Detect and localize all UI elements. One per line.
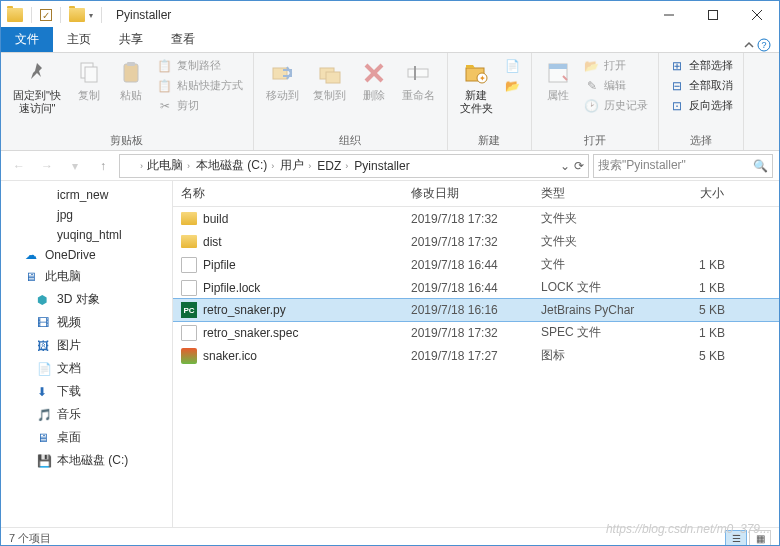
up-button[interactable]: ↑ bbox=[91, 154, 115, 178]
easy-access-button[interactable]: 📂 bbox=[503, 77, 523, 95]
details-view-button[interactable]: ☰ bbox=[725, 530, 747, 547]
sidebar-item[interactable]: ⬇下载 bbox=[1, 380, 172, 403]
paste-button[interactable]: 粘贴 bbox=[113, 57, 149, 104]
address-bar: ← → ▾ ↑ › 此电脑› 本地磁盘 (C:)› 用户› EDZ› Pyins… bbox=[1, 151, 779, 181]
separator bbox=[101, 7, 102, 23]
column-name[interactable]: 名称 bbox=[173, 181, 403, 206]
ribbon-group-open: 属性 📂打开 ✎编辑 🕑历史记录 打开 bbox=[532, 53, 659, 150]
crumb[interactable]: 此电脑› bbox=[145, 157, 192, 174]
onedrive-icon: ☁ bbox=[25, 248, 41, 262]
column-headers: 名称 修改日期 类型 大小 bbox=[173, 181, 779, 207]
forward-button[interactable]: → bbox=[35, 154, 59, 178]
maximize-button[interactable] bbox=[691, 1, 735, 29]
sidebar-item[interactable]: 🖥桌面 bbox=[1, 426, 172, 449]
recent-dropdown[interactable]: ▾ bbox=[63, 154, 87, 178]
select-none-button[interactable]: ⊟全部取消 bbox=[667, 77, 735, 95]
sidebar-item[interactable]: ☁OneDrive bbox=[1, 245, 172, 265]
sidebar-item[interactable]: 🎞视频 bbox=[1, 311, 172, 334]
sidebar-item[interactable]: 🖼图片 bbox=[1, 334, 172, 357]
tab-view[interactable]: 查看 bbox=[157, 27, 209, 52]
rename-button[interactable]: 重命名 bbox=[398, 57, 439, 104]
tab-home[interactable]: 主页 bbox=[53, 27, 105, 52]
ribbon-group-organize: 移动到 复制到 删除 重命名 组织 bbox=[254, 53, 448, 150]
file-row[interactable]: Pipfile.lock2019/7/18 16:44LOCK 文件1 KB bbox=[173, 276, 779, 299]
sidebar-item[interactable]: 🎵音乐 bbox=[1, 403, 172, 426]
separator bbox=[60, 7, 61, 23]
folder-icon bbox=[69, 8, 85, 22]
svg-rect-12 bbox=[326, 72, 340, 83]
select-all-button[interactable]: ⊞全部选择 bbox=[667, 57, 735, 75]
chevron-right-icon[interactable]: › bbox=[140, 161, 143, 171]
checkbox-icon[interactable]: ✓ bbox=[40, 9, 52, 21]
invert-selection-button[interactable]: ⊡反向选择 bbox=[667, 97, 735, 115]
cut-button[interactable]: ✂剪切 bbox=[155, 97, 245, 115]
moveto-button[interactable]: 移动到 bbox=[262, 57, 303, 104]
crumb[interactable]: 用户› bbox=[278, 157, 313, 174]
file-row[interactable]: Pipfile2019/7/18 16:44文件1 KB bbox=[173, 253, 779, 276]
copy-button[interactable]: 复制 bbox=[71, 57, 107, 104]
item-count: 7 个项目 bbox=[9, 531, 51, 546]
drive-icon: 💾 bbox=[37, 454, 53, 468]
sidebar-item[interactable]: 🖥此电脑 bbox=[1, 265, 172, 288]
help-icon[interactable]: ? bbox=[757, 38, 771, 52]
edit-button[interactable]: ✎编辑 bbox=[582, 77, 650, 95]
window-controls bbox=[647, 1, 779, 29]
file-row[interactable]: PCretro_snaker.py2019/7/18 16:16JetBrain… bbox=[173, 299, 779, 321]
window-title: Pyinstaller bbox=[116, 8, 171, 22]
search-input[interactable]: 搜索"Pyinstaller" 🔍 bbox=[593, 154, 773, 178]
dropdown-icon[interactable]: ⌄ bbox=[560, 159, 570, 173]
folder-icon bbox=[124, 160, 138, 172]
sidebar-item[interactable]: icrm_new bbox=[1, 185, 172, 205]
sidebar-item[interactable]: 📄文档 bbox=[1, 357, 172, 380]
ribbon-group-clipboard: 固定到"快 速访问" 复制 粘贴 📋复制路径 📋粘贴快捷方式 ✂剪切 剪贴板 bbox=[1, 53, 254, 150]
file-row[interactable]: dist2019/7/18 17:32文件夹 bbox=[173, 230, 779, 253]
video-icon: 🎞 bbox=[37, 316, 53, 330]
qat-dropdown-icon[interactable]: ▾ bbox=[89, 11, 93, 20]
chevron-up-icon bbox=[743, 39, 755, 51]
search-icon[interactable]: 🔍 bbox=[753, 159, 768, 173]
crumb[interactable]: EDZ› bbox=[315, 159, 350, 173]
svg-rect-15 bbox=[408, 69, 428, 77]
properties-button[interactable]: 属性 bbox=[540, 57, 576, 104]
open-button[interactable]: 📂打开 bbox=[582, 57, 650, 75]
copy-path-button[interactable]: 📋复制路径 bbox=[155, 57, 245, 75]
refresh-icon[interactable]: ⟳ bbox=[574, 159, 584, 173]
minimize-button[interactable] bbox=[647, 1, 691, 29]
crumb[interactable]: Pyinstaller bbox=[352, 159, 411, 173]
sidebar-item[interactable]: ⬢3D 对象 bbox=[1, 288, 172, 311]
content-area: icrm_newjpgyuqing_html☁OneDrive🖥此电脑⬢3D 对… bbox=[1, 181, 779, 527]
copyto-button[interactable]: 复制到 bbox=[309, 57, 350, 104]
history-button[interactable]: 🕑历史记录 bbox=[582, 97, 650, 115]
music-icon: 🎵 bbox=[37, 408, 53, 422]
tab-share[interactable]: 共享 bbox=[105, 27, 157, 52]
breadcrumb[interactable]: › 此电脑› 本地磁盘 (C:)› 用户› EDZ› Pyinstaller ⌄… bbox=[119, 154, 589, 178]
crumb[interactable]: 本地磁盘 (C:)› bbox=[194, 157, 276, 174]
column-size[interactable]: 大小 bbox=[663, 181, 733, 206]
navigation-pane[interactable]: icrm_newjpgyuqing_html☁OneDrive🖥此电脑⬢3D 对… bbox=[1, 181, 173, 527]
group-label: 新建 bbox=[456, 131, 523, 148]
pc-icon: 🖥 bbox=[25, 270, 41, 284]
file-row[interactable]: build2019/7/18 17:32文件夹 bbox=[173, 207, 779, 230]
sidebar-item[interactable]: 💾本地磁盘 (C:) bbox=[1, 449, 172, 472]
paste-shortcut-button[interactable]: 📋粘贴快捷方式 bbox=[155, 77, 245, 95]
svg-rect-21 bbox=[549, 64, 567, 69]
group-label: 选择 bbox=[667, 131, 735, 148]
icons-view-button[interactable]: ▦ bbox=[749, 530, 771, 547]
status-bar: 7 个项目 ☰ ▦ bbox=[1, 527, 779, 546]
ribbon-collapse[interactable]: ? bbox=[735, 38, 779, 52]
tab-file[interactable]: 文件 bbox=[1, 27, 53, 52]
sidebar-item[interactable]: yuqing_html bbox=[1, 225, 172, 245]
column-type[interactable]: 类型 bbox=[533, 181, 663, 206]
pin-button[interactable]: 固定到"快 速访问" bbox=[9, 57, 65, 117]
delete-button[interactable]: 删除 bbox=[356, 57, 392, 104]
file-row[interactable]: snaker.ico2019/7/18 17:27图标5 KB bbox=[173, 344, 779, 367]
close-button[interactable] bbox=[735, 1, 779, 29]
back-button[interactable]: ← bbox=[7, 154, 31, 178]
new-item-button[interactable]: 📄 bbox=[503, 57, 523, 75]
sidebar-item[interactable]: jpg bbox=[1, 205, 172, 225]
new-folder-button[interactable]: ✦ 新建 文件夹 bbox=[456, 57, 497, 117]
ribbon-tabs: 文件 主页 共享 查看 ? bbox=[1, 29, 779, 53]
doc-icon: 📄 bbox=[37, 362, 53, 376]
file-row[interactable]: retro_snaker.spec2019/7/18 17:32SPEC 文件1… bbox=[173, 321, 779, 344]
column-date[interactable]: 修改日期 bbox=[403, 181, 533, 206]
